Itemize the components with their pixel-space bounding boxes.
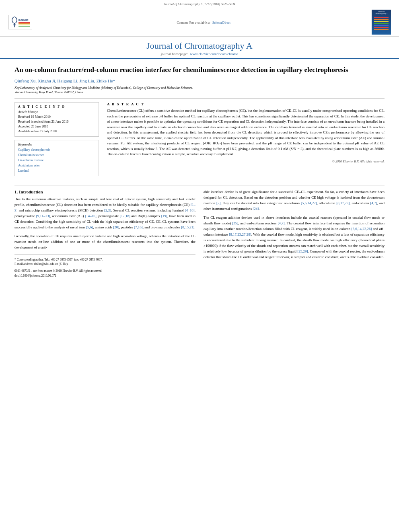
svg-rect-6	[19, 23, 30, 24]
affiliation-line1: Key Laboratory of Analytical Chemistry f…	[14, 86, 193, 90]
intro-heading: 1. Introduction	[14, 189, 195, 194]
svg-rect-5	[19, 22, 30, 23]
ref-17-18: [17,18]	[120, 214, 130, 218]
svg-text:ELSEVIER: ELSEVIER	[19, 19, 29, 21]
article-title: An on-column fracture/end-column reactio…	[14, 66, 385, 74]
sd-contents-area: Contents lists available at ScienceDirec…	[177, 20, 230, 25]
footnote-issn: 0021-9673/$ – see front matter © 2010 El…	[14, 269, 195, 273]
main-body-section: 1. Introduction Due to the numerous attr…	[14, 189, 385, 277]
accepted-date: Accepted 28 June 2010	[18, 124, 95, 129]
info-abstract-section: A R T I C L E I N F O Article history: R…	[14, 102, 385, 179]
ref-8-15-21: [8,15,21]	[181, 225, 194, 229]
journal-homepage-line: journal homepage: www.elsevier.com/locat…	[16, 52, 383, 56]
article-body: An on-column fracture/end-column reactio…	[0, 59, 399, 284]
sd-banner: ELSEVIER Contents lists available at Sci…	[0, 7, 399, 37]
body-right-col: able interface device is of great signif…	[204, 189, 385, 277]
section-divider	[14, 185, 385, 185]
journal-reference: Journal of Chromatography A, 1217 (2010)…	[164, 2, 235, 6]
intro-para-2: Generally, the operation of CE requires …	[14, 234, 195, 251]
ref-8-17-23-27-28: [8,17,23,27,28]	[229, 232, 251, 236]
svg-rect-7	[19, 25, 30, 25]
divider-after-affiliation	[14, 99, 385, 99]
abstract-heading: A B S T R A C T	[107, 102, 385, 106]
revised-date: Received in revised form 23 June 2010	[18, 119, 95, 124]
ref-24: [24]	[253, 207, 259, 211]
authors: Qinfeng Xu, Xinghu Ji, Haigang Li, Jing …	[14, 78, 115, 83]
footnote-email: E-mail address: zhkhe@whu.edu.cn (Z. He)…	[14, 262, 195, 266]
intro-number: 1.	[14, 189, 18, 194]
ref-5-6: [5,6]	[86, 225, 93, 229]
abstract-text: Chemiluminescence (CL) offers a sensitiv…	[107, 108, 385, 157]
ref-2-r: [2]	[216, 201, 221, 205]
elsevier-logo-area: ELSEVIER	[8, 15, 35, 29]
ref-25-29: [25,29]	[297, 249, 308, 253]
elsevier-logo-box: ELSEVIER	[8, 15, 32, 29]
ref-5-6-14-22-26: [5,6,14,22,26]	[352, 227, 372, 231]
ref-14-16: [14–16]	[85, 214, 97, 218]
right-para-2: The CL reagent addition devices used in …	[204, 215, 385, 260]
keyword-3: On-column fracture	[18, 158, 95, 163]
journal-title: Journal of Chromatography A	[16, 41, 383, 51]
authors-line: Qinfeng Xu, Xinghu Ji, Haigang Li, Jing …	[14, 78, 385, 83]
keyword-4: Acridinium ester	[18, 163, 95, 168]
abstract-column: A B S T R A C T Chemiluminescence (CL) o…	[107, 102, 385, 179]
keyword-1: Capillary electrophoresis	[18, 148, 95, 153]
top-bar: Journal of Chromatography A, 1217 (2010)…	[0, 0, 399, 7]
affiliation-line2: Wuhan University, Bayi Road, Wuhan 43007…	[14, 90, 83, 94]
svg-rect-8	[19, 26, 30, 27]
ref-25: [25]	[232, 221, 238, 225]
journal-header: Journal of Chromatography A journal home…	[0, 37, 399, 59]
article-info-heading: A R T I C L E I N F O	[18, 105, 95, 109]
sd-link[interactable]: ScienceDirect	[212, 21, 230, 25]
keyword-2: Chemiluminescence	[18, 153, 95, 158]
history-label: Article history:	[18, 110, 95, 114]
keyword-5: Luminol	[18, 168, 95, 174]
intro-title: Introduction	[19, 189, 43, 194]
ref-4-10: [4–10]	[185, 208, 195, 212]
ref-2-3: [2,3]	[104, 208, 111, 212]
keywords-box: Keywords: Capillary electrophoresis Chem…	[14, 140, 99, 176]
affiliation: Key Laboratory of Analytical Chemistry f…	[14, 86, 385, 94]
ref-5-6-14-22: [5,6,14,22]	[301, 201, 317, 205]
footnote-area: * Corresponding author. Tel.: +86 27 687…	[14, 255, 195, 278]
body-left-col: 1. Introduction Due to the numerous attr…	[14, 189, 195, 277]
journal-cover-thumbnail: Journal ofChromatography A	[372, 10, 391, 35]
ref-4-7: [4,7]	[370, 201, 377, 205]
elsevier-logo-svg: ELSEVIER	[10, 16, 31, 28]
copyright-line: © 2010 Elsevier B.V. All rights reserved…	[107, 160, 385, 163]
homepage-url[interactable]: www.elsevier.com/locate/chroma	[190, 52, 238, 56]
ref-8-17-23: [8,17,23]	[336, 201, 350, 205]
article-info-box: A R T I C L E I N F O Article history: R…	[14, 102, 99, 137]
ref-9-11-13: [9,11–13]	[36, 214, 50, 218]
contents-label: Contents lists available at	[177, 21, 210, 25]
received-date: Received 19 March 2010	[18, 115, 95, 119]
homepage-label: journal homepage:	[161, 52, 188, 56]
article-info-column: A R T I C L E I N F O Article history: R…	[14, 102, 99, 179]
footnote-corresponding: * Corresponding author. Tel.: +86 27 687…	[14, 257, 195, 262]
footnote-doi: doi:10.1016/j.chroma.2010.06.071	[14, 273, 195, 278]
ref-4-7-r: [4,7]	[278, 221, 284, 225]
intro-para-1: Due to the numerous attractive features,…	[14, 197, 195, 230]
reactors-text: reactors	[321, 216, 332, 220]
available-date: Available online 19 July 2010	[18, 129, 95, 134]
ref-20: [20]	[113, 225, 119, 229]
ref-7-16: [7,16]	[134, 225, 143, 229]
ref-19: [19]	[161, 214, 167, 218]
keywords-label: Keywords:	[18, 143, 95, 146]
right-para-1: able interface device is of great signif…	[204, 189, 385, 212]
